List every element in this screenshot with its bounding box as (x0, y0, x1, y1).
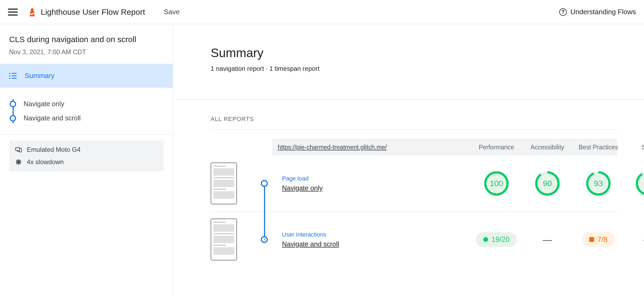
column-best-practices: Best Practices (573, 144, 624, 151)
help-link[interactable]: ? Understanding Flows (559, 8, 636, 16)
env-device-label: Emulated Moto G4 (27, 146, 80, 153)
sidebar-header: CLS during navigation and on scroll Nov … (0, 24, 173, 64)
pill-best-practices[interactable]: 7/8 (573, 232, 624, 247)
pill-performance[interactable]: 19/20 (471, 232, 522, 247)
page-subheading: 1 navigation report · 1 timespan report (211, 65, 644, 72)
topbar: Lighthouse User Flow Report Save ? Under… (0, 0, 644, 24)
average-indicator-icon (589, 237, 594, 242)
sidebar-step-navigate-and-scroll[interactable]: Navigate and scroll (9, 111, 173, 125)
report-table: https://pie-charmed-treatment.glitch.me/… (211, 139, 617, 267)
sidebar-item-summary[interactable]: Summary (0, 64, 173, 88)
row-connector-line (264, 182, 265, 241)
cpu-icon (15, 158, 22, 165)
gauge-accessibility[interactable]: 90 (522, 171, 573, 196)
environment-panel: Emulated Moto G4 4x slowdown (9, 141, 164, 171)
report-row-navigate-and-scroll: User interactions Navigate and scroll 19… (211, 212, 617, 267)
step-label: Navigate only (24, 100, 64, 108)
timespan-node-icon (10, 115, 16, 121)
step-label: Navigate and scroll (24, 114, 81, 122)
timespan-node-icon (261, 236, 268, 243)
env-throttling-row: 4x slowdown (15, 158, 158, 166)
flow-title: CLS during navigation and on scroll (9, 35, 164, 44)
gauge-seo[interactable]: 91 (624, 171, 644, 196)
lighthouse-logo-icon (28, 7, 36, 17)
step-name-link[interactable]: Navigate only (282, 184, 471, 192)
menu-icon[interactable] (8, 7, 18, 17)
report-table-header: https://pie-charmed-treatment.glitch.me/… (272, 139, 617, 156)
pass-indicator-icon (483, 237, 488, 242)
help-icon: ? (559, 8, 567, 16)
column-performance: Performance (471, 144, 522, 151)
env-device-row: Emulated Moto G4 (15, 146, 158, 153)
sidebar: CLS during navigation and on scroll Nov … (0, 24, 173, 295)
app-title: Lighthouse User Flow Report (41, 8, 145, 17)
svg-rect-1 (31, 10, 34, 11)
save-button[interactable]: Save (164, 8, 180, 16)
screenshot-thumbnail[interactable] (211, 219, 237, 260)
step-name-link[interactable]: Navigate and scroll (282, 240, 471, 248)
navigation-node-icon (261, 180, 268, 187)
env-throttling-label: 4x slowdown (27, 158, 64, 166)
svg-rect-8 (18, 161, 20, 163)
sidebar-step-navigate-only[interactable]: Navigate only (9, 97, 173, 111)
column-accessibility: Accessibility (522, 144, 573, 151)
svg-rect-6 (19, 149, 21, 152)
summary-list-icon (9, 73, 17, 79)
gauge-best-practices[interactable]: 93 (573, 171, 624, 196)
report-row-navigate-only: Page load Navigate only 100 (211, 156, 617, 212)
sidebar-steps: Navigate only Navigate and scroll (0, 88, 173, 135)
gauge-performance[interactable]: 100 (471, 171, 522, 196)
main-header: Summary 1 navigation report · 1 timespan… (173, 24, 644, 99)
score-not-applicable: — (624, 234, 644, 245)
step-type-label: Page load (282, 175, 471, 182)
svg-marker-0 (31, 8, 34, 10)
devices-icon (15, 146, 22, 153)
svg-rect-2 (30, 11, 34, 12)
report-url-link[interactable]: https://pie-charmed-treatment.glitch.me/ (272, 144, 471, 151)
column-seo: SEO (624, 144, 644, 151)
help-label: Understanding Flows (570, 8, 636, 16)
svg-rect-5 (16, 148, 20, 150)
all-reports-label: ALL REPORTS (211, 116, 617, 130)
step-type-label: User interactions (282, 231, 471, 238)
main-content: Summary 1 navigation report · 1 timespan… (173, 24, 644, 295)
score-not-applicable: — (522, 234, 573, 245)
page-heading: Summary (211, 46, 644, 60)
screenshot-thumbnail[interactable] (211, 163, 237, 204)
all-reports-section: ALL REPORTS https://pie-charmed-treatmen… (173, 99, 644, 267)
report-table-body: Page load Navigate only 100 (211, 156, 617, 267)
flow-timestamp: Nov 3, 2021, 7:00 AM CDT (9, 48, 164, 56)
summary-label: Summary (25, 72, 54, 80)
navigation-node-icon (10, 101, 16, 107)
